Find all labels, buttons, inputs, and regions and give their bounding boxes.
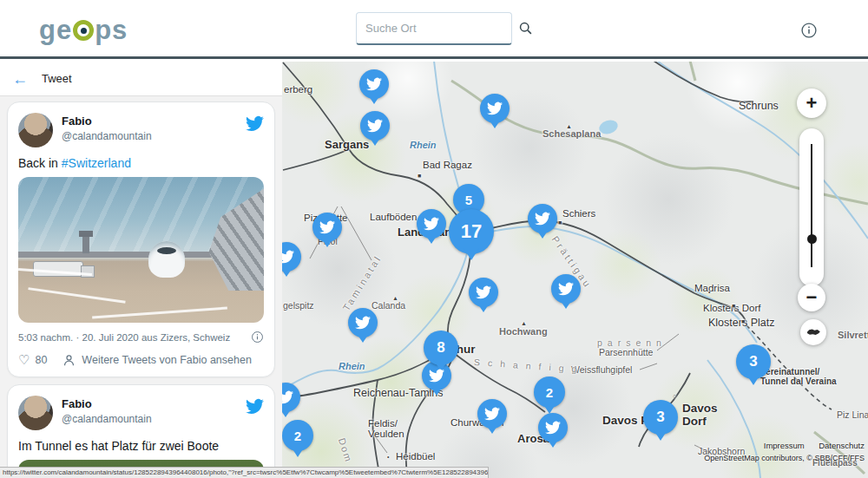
tweet-marker[interactable] bbox=[551, 274, 581, 304]
tweet-text: Back in #Switzerland bbox=[18, 156, 264, 170]
sidebar-title: Tweet bbox=[42, 72, 72, 85]
map-label: Madrisa bbox=[694, 284, 730, 294]
twitter-bird-icon bbox=[535, 211, 550, 226]
map-label: Rhein bbox=[410, 141, 437, 150]
zoom-slider-knob[interactable] bbox=[807, 234, 817, 244]
browser-status-bar: https://twitter.com/calandamountain/stat… bbox=[0, 467, 489, 478]
avatar bbox=[18, 396, 53, 430]
twitter-bird-icon bbox=[366, 76, 382, 92]
twitter-bird-icon bbox=[282, 390, 293, 405]
twitter-bird-icon bbox=[367, 118, 383, 134]
sidebar-header: ← Tweet bbox=[0, 62, 282, 96]
back-button[interactable]: ← bbox=[12, 71, 28, 87]
tweet-card[interactable]: Fabio @calandamountain Im Tunnel es hat … bbox=[7, 384, 275, 478]
twitter-bird-icon bbox=[558, 281, 574, 297]
twitter-logo-icon[interactable] bbox=[246, 397, 264, 416]
tweet-marker[interactable] bbox=[480, 94, 510, 123]
twitter-bird-icon bbox=[429, 368, 444, 383]
map-label: ■ bbox=[418, 173, 421, 179]
zoom-slider[interactable] bbox=[799, 128, 824, 286]
tweet-marker[interactable] bbox=[538, 413, 568, 442]
map-label: parsenn bbox=[597, 338, 667, 348]
like-icon[interactable]: ♡ bbox=[18, 352, 30, 368]
hashtag-link[interactable]: #Switzerland bbox=[62, 156, 131, 170]
map-label: Schruns bbox=[739, 101, 779, 112]
fit-extent-button[interactable] bbox=[800, 319, 826, 345]
logo-text-right: ps bbox=[95, 16, 128, 43]
map-label: Veulden bbox=[368, 429, 404, 440]
tweet-cluster-marker[interactable]: 2 bbox=[282, 420, 313, 451]
tweet-sidebar: ← Tweet Fabio @calandamountain Back in #… bbox=[0, 62, 282, 478]
zoom-slider-track bbox=[811, 144, 812, 267]
map-label: ○ bbox=[673, 393, 676, 399]
tweet-marker[interactable] bbox=[359, 69, 389, 99]
tweet-card[interactable]: Fabio @calandamountain Back in #Switzerl… bbox=[7, 101, 275, 377]
twitter-bird-icon bbox=[484, 406, 500, 422]
person-icon bbox=[62, 354, 76, 367]
search-icon[interactable] bbox=[518, 21, 533, 36]
tweet-cluster-marker[interactable]: 17 bbox=[449, 209, 494, 254]
twitter-bird-icon bbox=[487, 101, 503, 116]
logo-text-left: ge bbox=[39, 16, 72, 43]
map-label: Feldis/ bbox=[368, 419, 398, 429]
map-label: Laufböden bbox=[370, 213, 417, 223]
search-input[interactable] bbox=[365, 22, 518, 35]
tweet-info-icon[interactable] bbox=[251, 331, 264, 344]
map-label: Schiers bbox=[562, 209, 595, 219]
twitter-bird-icon bbox=[355, 315, 371, 331]
map-label: Calanda bbox=[372, 301, 405, 311]
twitter-bird-icon bbox=[476, 285, 491, 300]
map-label: • bbox=[387, 454, 389, 460]
tweet-marker[interactable] bbox=[348, 308, 378, 337]
twitter-logo-icon[interactable] bbox=[246, 115, 264, 133]
twitter-bird-icon bbox=[319, 219, 335, 235]
map-label: Bad Ragaz bbox=[423, 160, 472, 171]
tweet-author: Fabio bbox=[62, 397, 246, 410]
zoom-in-button[interactable]: + bbox=[797, 88, 826, 118]
tweet-author: Fabio bbox=[62, 115, 246, 128]
map-label: Piz Linar bbox=[837, 410, 868, 420]
tweet-marker[interactable] bbox=[477, 399, 507, 429]
tweet-handle: @calandamountain bbox=[62, 130, 246, 142]
app-header: ge ps bbox=[0, 0, 868, 59]
tweet-cluster-marker[interactable]: 8 bbox=[424, 331, 458, 365]
map-label: • bbox=[708, 289, 710, 295]
map-label: Rhein bbox=[339, 362, 365, 371]
zoom-out-button[interactable]: − bbox=[798, 284, 825, 311]
tweet-cluster-marker[interactable]: 3 bbox=[643, 400, 678, 435]
map-label: Hochwang bbox=[499, 327, 548, 337]
map-label: ■ bbox=[732, 303, 735, 309]
map-label: Vereinatunnel/ bbox=[760, 368, 819, 377]
map-label: ■ bbox=[741, 318, 745, 324]
info-button[interactable] bbox=[800, 22, 818, 39]
copyright-text: OpenStreetMap contributors, © SBB/CFF/FF… bbox=[704, 454, 865, 462]
map-label: erberg bbox=[284, 85, 312, 95]
tweet-marker[interactable] bbox=[469, 278, 498, 307]
tweet-cluster-marker[interactable]: 2 bbox=[534, 377, 565, 408]
more-tweets-link[interactable]: Weitere Tweets von Fabio ansehen bbox=[82, 354, 252, 366]
map-attribution: Impressum Datenschutz OpenStreetMap cont… bbox=[704, 436, 865, 462]
map-label: ■ bbox=[558, 219, 562, 226]
datenschutz-link[interactable]: Datenschutz bbox=[819, 441, 865, 450]
logo-o-icon bbox=[73, 20, 94, 41]
switzerland-extent-icon bbox=[806, 328, 821, 337]
map-label: ▲ bbox=[566, 123, 572, 129]
search-box[interactable] bbox=[356, 12, 512, 45]
tweet-marker[interactable] bbox=[312, 213, 342, 242]
avatar bbox=[18, 113, 53, 147]
tweet-cluster-marker[interactable]: 3 bbox=[736, 344, 771, 379]
tweet-timestamp: 5:03 nachm. · 20. Juli 2020 aus Zizers, … bbox=[18, 332, 230, 343]
map-label: Heidbüel bbox=[396, 452, 435, 462]
impressum-link[interactable]: Impressum bbox=[764, 441, 805, 450]
tweet-marker[interactable] bbox=[417, 209, 446, 239]
map-label: Schesaplana bbox=[542, 129, 601, 139]
tweet-marker[interactable] bbox=[360, 111, 390, 141]
map-label: Dorf bbox=[682, 416, 707, 428]
tweet-photo-airport[interactable] bbox=[18, 177, 264, 323]
tweet-handle: @calandamountain bbox=[62, 413, 246, 425]
geops-logo[interactable]: ge ps bbox=[39, 14, 128, 45]
tweet-marker[interactable] bbox=[528, 204, 557, 233]
twitter-bird-icon bbox=[282, 249, 294, 265]
map-label: ▲ bbox=[392, 295, 398, 301]
map[interactable]: + − Impressum Datenschutz OpenStreetMap … bbox=[282, 62, 868, 478]
